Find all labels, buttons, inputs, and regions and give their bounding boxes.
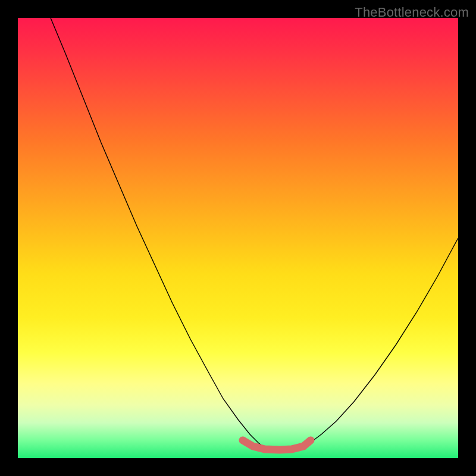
bottom-highlight (243, 440, 311, 450)
right-curve (300, 238, 458, 447)
curve-layer (18, 18, 458, 458)
plot-area (18, 18, 458, 458)
chart-container: TheBottleneck.com (0, 0, 476, 476)
watermark-text: TheBottleneck.com (355, 5, 469, 20)
left-curve (51, 18, 265, 447)
